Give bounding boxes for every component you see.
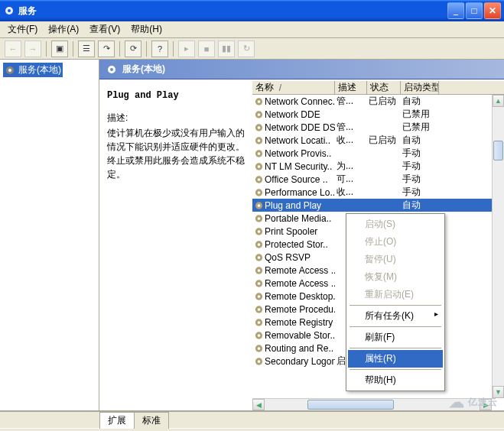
table-row[interactable]: Plug and Play自动 bbox=[252, 199, 492, 212]
ctx-refresh[interactable]: 刷新(F) bbox=[348, 329, 443, 346]
cell-name: Office Source .. bbox=[265, 174, 327, 185]
menu-action[interactable]: 操作(A) bbox=[44, 21, 83, 37]
gear-icon bbox=[254, 317, 264, 328]
table-row[interactable]: Network Locati..收...已启动自动 bbox=[252, 134, 492, 147]
gear-icon bbox=[254, 187, 264, 198]
gear-icon bbox=[254, 200, 264, 211]
gear-icon bbox=[254, 122, 264, 133]
cell-name: QoS RSVP bbox=[265, 252, 311, 263]
gear-icon bbox=[254, 226, 264, 237]
refresh-button[interactable]: ⟳ bbox=[125, 41, 141, 57]
restart-service-button[interactable]: ↻ bbox=[238, 41, 255, 57]
cell-startup: 自动 bbox=[401, 134, 439, 147]
gear-icon bbox=[106, 63, 118, 76]
gear-icon bbox=[254, 343, 264, 354]
col-status[interactable]: 状态 bbox=[367, 81, 401, 94]
minimize-button[interactable]: _ bbox=[447, 2, 464, 19]
cell-name: Network DDE bbox=[265, 109, 320, 120]
table-row[interactable]: Network DDE已禁用 bbox=[252, 108, 492, 121]
tree-root[interactable]: 服务(本地) bbox=[3, 63, 63, 77]
cell-desc: 管... bbox=[335, 121, 367, 134]
table-row[interactable]: Performance Lo..收...手动 bbox=[252, 186, 492, 199]
svg-point-47 bbox=[258, 360, 261, 363]
svg-point-13 bbox=[258, 139, 261, 142]
separator bbox=[350, 305, 441, 306]
svg-point-29 bbox=[258, 243, 261, 246]
gear-icon bbox=[254, 174, 264, 185]
gear-icon bbox=[254, 356, 264, 367]
ctx-restart[interactable]: 重新启动(E) bbox=[348, 286, 443, 303]
menu-help[interactable]: 帮助(H) bbox=[126, 21, 167, 37]
tab-extended[interactable]: 扩展 bbox=[99, 412, 135, 429]
watermark: ☁ 亿速云 bbox=[449, 393, 498, 411]
ctx-alltasks[interactable]: 所有任务(K) bbox=[348, 307, 443, 325]
cell-startup: 手动 bbox=[401, 147, 439, 160]
cell-startup: 自动 bbox=[401, 95, 439, 108]
col-desc[interactable]: 描述 bbox=[335, 81, 367, 94]
ctx-help[interactable]: 帮助(H) bbox=[348, 371, 443, 389]
ctx-properties[interactable]: 属性(R) bbox=[348, 350, 443, 368]
gear-icon bbox=[254, 161, 264, 172]
scroll-up-button[interactable]: ▲ bbox=[493, 95, 504, 107]
help-button[interactable]: ? bbox=[151, 41, 168, 57]
svg-point-43 bbox=[258, 334, 261, 337]
description-text: 使计算机在极少或没有用户输入的情况下能识别并适应硬件的更改。终止或禁用此服务会造… bbox=[107, 126, 245, 181]
scroll-thumb[interactable] bbox=[307, 400, 393, 410]
svg-point-3 bbox=[8, 69, 11, 72]
forward-button[interactable]: → bbox=[24, 41, 41, 57]
start-service-button[interactable]: ▸ bbox=[178, 41, 195, 57]
cell-name: Performance Lo.. bbox=[265, 187, 335, 198]
svg-point-15 bbox=[258, 152, 261, 155]
maximize-button[interactable]: □ bbox=[466, 2, 483, 19]
ctx-pause[interactable]: 暂停(U) bbox=[348, 251, 443, 268]
ctx-stop[interactable]: 停止(O) bbox=[348, 233, 443, 251]
cell-name: Remote Registry bbox=[265, 317, 333, 328]
gear-icon bbox=[254, 252, 264, 263]
cell-desc: 可... bbox=[335, 173, 367, 186]
menu-view[interactable]: 查看(V) bbox=[85, 21, 125, 37]
vertical-scrollbar[interactable]: ▲ ▼ bbox=[492, 95, 504, 398]
table-row[interactable]: Network DDE DSDM管...已禁用 bbox=[252, 121, 492, 134]
svg-point-17 bbox=[258, 165, 261, 168]
svg-point-37 bbox=[258, 295, 261, 298]
cell-name: Protected Stor.. bbox=[265, 239, 328, 250]
show-hide-tree-button[interactable]: ▣ bbox=[51, 41, 68, 57]
gear-icon bbox=[254, 96, 264, 107]
table-row[interactable]: Office Source ..可...手动 bbox=[252, 173, 492, 186]
cell-name: Remote Access .. bbox=[265, 278, 335, 289]
window-title: 服务 bbox=[18, 5, 447, 18]
col-name[interactable]: 名称 / bbox=[252, 81, 335, 94]
table-row[interactable]: NT LM Security..为...手动 bbox=[252, 160, 492, 173]
list-header: 名称 / 描述 状态 启动类型 bbox=[252, 81, 504, 95]
status-bar: 打开当前选择的属性对话框。 bbox=[0, 428, 504, 431]
svg-point-27 bbox=[258, 230, 261, 233]
ctx-start[interactable]: 启动(S) bbox=[348, 216, 443, 233]
svg-point-31 bbox=[258, 256, 261, 259]
cell-name: Network DDE DSDM bbox=[265, 122, 335, 133]
table-row[interactable]: Network Connec..管...已启动自动 bbox=[252, 95, 492, 108]
gear-icon bbox=[254, 109, 264, 120]
cell-startup: 手动 bbox=[401, 160, 439, 173]
cell-startup: 已禁用 bbox=[401, 121, 439, 134]
separator bbox=[350, 369, 441, 370]
ctx-resume[interactable]: 恢复(M) bbox=[348, 268, 443, 286]
tab-standard[interactable]: 标准 bbox=[134, 412, 169, 429]
close-button[interactable]: ✕ bbox=[484, 2, 501, 19]
table-row[interactable]: Network Provis..手动 bbox=[252, 147, 492, 160]
properties-button[interactable]: ☰ bbox=[78, 41, 95, 57]
cell-desc: 管... bbox=[335, 95, 367, 108]
back-button[interactable]: ← bbox=[5, 41, 21, 57]
description-label: 描述: bbox=[107, 112, 245, 125]
menu-file[interactable]: 文件(F) bbox=[3, 21, 42, 37]
col-startup[interactable]: 启动类型 bbox=[401, 81, 439, 94]
pause-service-button[interactable]: ▮▮ bbox=[218, 41, 235, 57]
stop-service-button[interactable]: ■ bbox=[198, 41, 215, 57]
export-button[interactable]: ↷ bbox=[98, 41, 115, 57]
cell-startup: 自动 bbox=[401, 199, 439, 212]
gear-icon bbox=[254, 291, 264, 302]
scroll-left-button[interactable]: ◀ bbox=[252, 399, 265, 410]
svg-point-35 bbox=[258, 282, 261, 285]
scroll-thumb[interactable] bbox=[493, 141, 503, 160]
cell-name: Network Locati.. bbox=[265, 135, 330, 146]
separator bbox=[350, 326, 441, 327]
